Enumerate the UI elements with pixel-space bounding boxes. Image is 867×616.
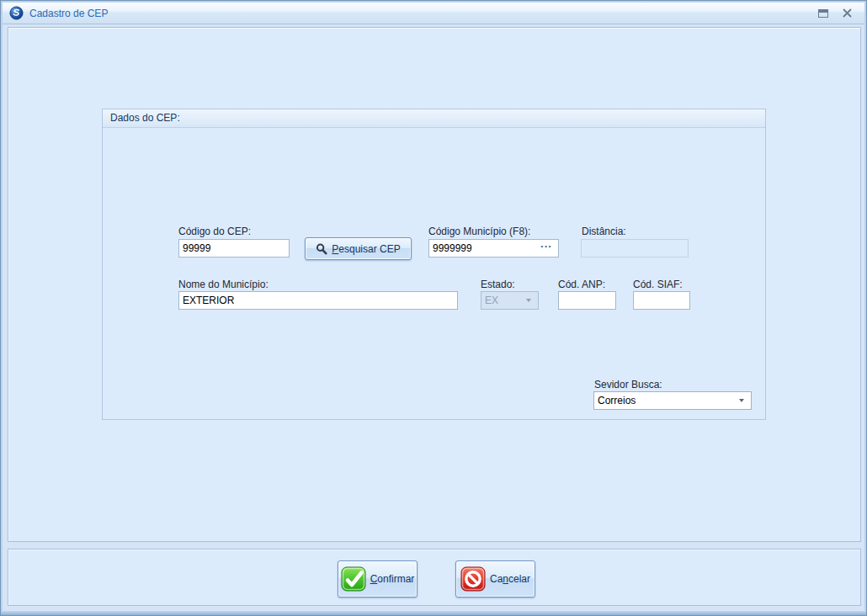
estado-value: EX: [485, 295, 498, 306]
cod-anp-input[interactable]: [558, 291, 616, 310]
maximize-icon[interactable]: [817, 8, 829, 19]
groupbox-title: Dados do CEP:: [103, 109, 765, 128]
servidor-busca-value: Correios: [598, 395, 636, 406]
dropdown-arrow-icon: [523, 299, 535, 302]
confirmar-button[interactable]: Confirmar: [338, 560, 418, 597]
cod-siaf-label: Cód. SIAF:: [633, 279, 683, 290]
window-title: Cadastro de CEP: [29, 8, 108, 19]
servidor-busca-label: Sevidor Busca:: [594, 379, 662, 390]
servidor-busca-combobox[interactable]: Correios: [593, 391, 752, 410]
footer-panel: Confirmar: [8, 549, 861, 606]
cep-input[interactable]: [178, 239, 290, 258]
estado-label: Estado:: [481, 279, 515, 290]
cancelar-label: Cancelar: [490, 573, 530, 585]
close-icon[interactable]: [841, 8, 853, 19]
cod-siaf-input[interactable]: [633, 291, 690, 310]
window-bottom-edge: [1, 611, 866, 615]
window-controls: [817, 8, 858, 19]
cancelar-button[interactable]: Cancelar: [455, 560, 535, 597]
main-panel: Dados do CEP: Código do CEP: Pesquisar C…: [8, 27, 861, 542]
municipio-codigo-label: Código Município (F8):: [428, 226, 530, 237]
cep-label: Código do CEP:: [178, 226, 251, 237]
pesquisar-cep-button[interactable]: Pesquisar CEP: [305, 237, 412, 260]
pesquisar-cep-label: Pesquisar CEP: [332, 243, 400, 255]
title-bar: Cadastro de CEP: [3, 3, 864, 24]
green-check-icon: [341, 566, 366, 592]
application-window: Cadastro de CEP Dados do CEP: Código do …: [0, 0, 867, 616]
red-prohibition-icon: [460, 566, 486, 592]
estado-combobox: EX: [481, 291, 539, 310]
cod-anp-label: Cód. ANP:: [558, 279, 605, 290]
distancia-input: [581, 239, 689, 258]
confirmar-label: Confirmar: [370, 573, 415, 585]
municipio-browse-button[interactable]: ...: [536, 241, 556, 254]
distancia-label: Distância:: [582, 226, 626, 237]
municipio-nome-label: Nome do Município:: [178, 279, 269, 290]
municipio-codigo-field: ...: [428, 239, 559, 258]
dropdown-arrow-icon: [736, 399, 747, 402]
municipio-nome-input[interactable]: [178, 291, 458, 310]
magnifier-icon: [316, 243, 327, 255]
groupbox-dados-cep: Dados do CEP: Código do CEP: Pesquisar C…: [102, 109, 766, 420]
app-icon: [9, 6, 24, 20]
